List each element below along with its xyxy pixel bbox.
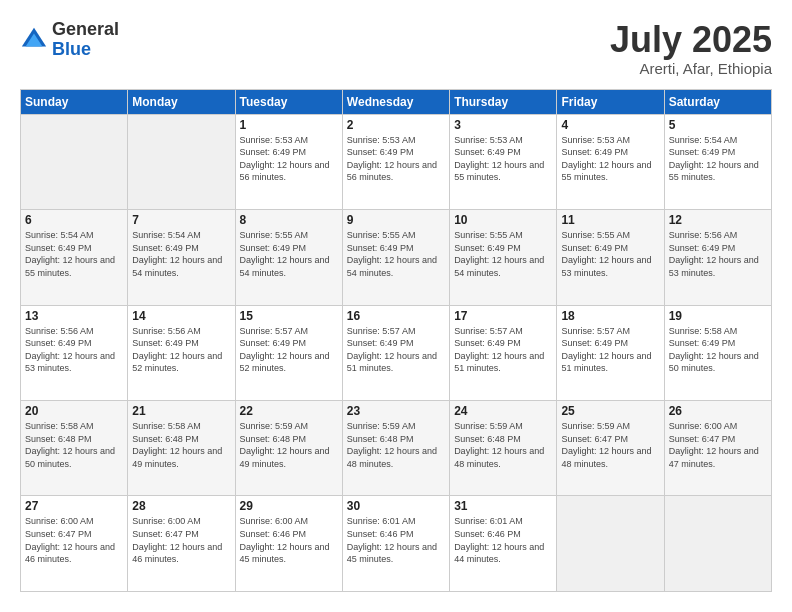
weekday-header-cell: Tuesday — [235, 89, 342, 114]
day-info: Sunrise: 5:59 AM Sunset: 6:47 PM Dayligh… — [561, 420, 659, 470]
day-info: Sunrise: 5:55 AM Sunset: 6:49 PM Dayligh… — [347, 229, 445, 279]
day-number: 18 — [561, 309, 659, 323]
calendar-week-row: 6Sunrise: 5:54 AM Sunset: 6:49 PM Daylig… — [21, 210, 772, 305]
weekday-header-cell: Friday — [557, 89, 664, 114]
day-number: 8 — [240, 213, 338, 227]
calendar-day-cell: 5Sunrise: 5:54 AM Sunset: 6:49 PM Daylig… — [664, 114, 771, 209]
day-info: Sunrise: 6:00 AM Sunset: 6:47 PM Dayligh… — [669, 420, 767, 470]
logo-icon — [20, 26, 48, 54]
day-info: Sunrise: 5:59 AM Sunset: 6:48 PM Dayligh… — [454, 420, 552, 470]
day-number: 31 — [454, 499, 552, 513]
day-number: 24 — [454, 404, 552, 418]
day-number: 17 — [454, 309, 552, 323]
calendar-week-row: 27Sunrise: 6:00 AM Sunset: 6:47 PM Dayli… — [21, 496, 772, 592]
day-info: Sunrise: 5:56 AM Sunset: 6:49 PM Dayligh… — [25, 325, 123, 375]
day-info: Sunrise: 5:57 AM Sunset: 6:49 PM Dayligh… — [240, 325, 338, 375]
day-info: Sunrise: 5:57 AM Sunset: 6:49 PM Dayligh… — [347, 325, 445, 375]
calendar-day-cell: 27Sunrise: 6:00 AM Sunset: 6:47 PM Dayli… — [21, 496, 128, 592]
calendar-day-cell: 16Sunrise: 5:57 AM Sunset: 6:49 PM Dayli… — [342, 305, 449, 400]
day-info: Sunrise: 5:54 AM Sunset: 6:49 PM Dayligh… — [25, 229, 123, 279]
calendar-day-cell: 8Sunrise: 5:55 AM Sunset: 6:49 PM Daylig… — [235, 210, 342, 305]
day-number: 28 — [132, 499, 230, 513]
calendar-body: 1Sunrise: 5:53 AM Sunset: 6:49 PM Daylig… — [21, 114, 772, 591]
day-info: Sunrise: 5:58 AM Sunset: 6:49 PM Dayligh… — [669, 325, 767, 375]
day-number: 13 — [25, 309, 123, 323]
day-number: 1 — [240, 118, 338, 132]
calendar-day-cell: 15Sunrise: 5:57 AM Sunset: 6:49 PM Dayli… — [235, 305, 342, 400]
day-info: Sunrise: 6:00 AM Sunset: 6:47 PM Dayligh… — [132, 515, 230, 565]
weekday-header-cell: Wednesday — [342, 89, 449, 114]
day-info: Sunrise: 5:59 AM Sunset: 6:48 PM Dayligh… — [347, 420, 445, 470]
day-info: Sunrise: 5:59 AM Sunset: 6:48 PM Dayligh… — [240, 420, 338, 470]
day-number: 23 — [347, 404, 445, 418]
day-number: 25 — [561, 404, 659, 418]
calendar-day-cell: 20Sunrise: 5:58 AM Sunset: 6:48 PM Dayli… — [21, 401, 128, 496]
calendar-day-cell: 31Sunrise: 6:01 AM Sunset: 6:46 PM Dayli… — [450, 496, 557, 592]
calendar-day-cell: 26Sunrise: 6:00 AM Sunset: 6:47 PM Dayli… — [664, 401, 771, 496]
calendar-day-cell — [664, 496, 771, 592]
day-info: Sunrise: 5:53 AM Sunset: 6:49 PM Dayligh… — [454, 134, 552, 184]
weekday-header-cell: Saturday — [664, 89, 771, 114]
month-year: July 2025 — [610, 20, 772, 60]
calendar-day-cell: 14Sunrise: 5:56 AM Sunset: 6:49 PM Dayli… — [128, 305, 235, 400]
weekday-header-cell: Thursday — [450, 89, 557, 114]
day-info: Sunrise: 5:54 AM Sunset: 6:49 PM Dayligh… — [669, 134, 767, 184]
calendar-day-cell: 4Sunrise: 5:53 AM Sunset: 6:49 PM Daylig… — [557, 114, 664, 209]
calendar-day-cell: 7Sunrise: 5:54 AM Sunset: 6:49 PM Daylig… — [128, 210, 235, 305]
weekday-header-cell: Monday — [128, 89, 235, 114]
calendar-day-cell: 3Sunrise: 5:53 AM Sunset: 6:49 PM Daylig… — [450, 114, 557, 209]
calendar-day-cell: 18Sunrise: 5:57 AM Sunset: 6:49 PM Dayli… — [557, 305, 664, 400]
calendar-day-cell: 25Sunrise: 5:59 AM Sunset: 6:47 PM Dayli… — [557, 401, 664, 496]
calendar-day-cell: 11Sunrise: 5:55 AM Sunset: 6:49 PM Dayli… — [557, 210, 664, 305]
logo-blue: Blue — [52, 40, 119, 60]
day-number: 2 — [347, 118, 445, 132]
day-number: 5 — [669, 118, 767, 132]
day-number: 15 — [240, 309, 338, 323]
day-info: Sunrise: 5:54 AM Sunset: 6:49 PM Dayligh… — [132, 229, 230, 279]
calendar-day-cell: 29Sunrise: 6:00 AM Sunset: 6:46 PM Dayli… — [235, 496, 342, 592]
day-number: 29 — [240, 499, 338, 513]
calendar-day-cell: 2Sunrise: 5:53 AM Sunset: 6:49 PM Daylig… — [342, 114, 449, 209]
calendar-day-cell: 9Sunrise: 5:55 AM Sunset: 6:49 PM Daylig… — [342, 210, 449, 305]
day-number: 21 — [132, 404, 230, 418]
day-number: 30 — [347, 499, 445, 513]
day-info: Sunrise: 6:00 AM Sunset: 6:47 PM Dayligh… — [25, 515, 123, 565]
day-number: 9 — [347, 213, 445, 227]
calendar-day-cell: 22Sunrise: 5:59 AM Sunset: 6:48 PM Dayli… — [235, 401, 342, 496]
day-number: 10 — [454, 213, 552, 227]
calendar-day-cell: 12Sunrise: 5:56 AM Sunset: 6:49 PM Dayli… — [664, 210, 771, 305]
calendar-week-row: 1Sunrise: 5:53 AM Sunset: 6:49 PM Daylig… — [21, 114, 772, 209]
day-number: 14 — [132, 309, 230, 323]
day-info: Sunrise: 6:01 AM Sunset: 6:46 PM Dayligh… — [347, 515, 445, 565]
day-number: 22 — [240, 404, 338, 418]
day-number: 4 — [561, 118, 659, 132]
day-info: Sunrise: 6:01 AM Sunset: 6:46 PM Dayligh… — [454, 515, 552, 565]
page: General Blue July 2025 Arerti, Afar, Eth… — [0, 0, 792, 612]
day-info: Sunrise: 5:57 AM Sunset: 6:49 PM Dayligh… — [561, 325, 659, 375]
day-info: Sunrise: 5:58 AM Sunset: 6:48 PM Dayligh… — [132, 420, 230, 470]
calendar-day-cell: 10Sunrise: 5:55 AM Sunset: 6:49 PM Dayli… — [450, 210, 557, 305]
calendar-day-cell: 23Sunrise: 5:59 AM Sunset: 6:48 PM Dayli… — [342, 401, 449, 496]
day-number: 27 — [25, 499, 123, 513]
calendar-week-row: 20Sunrise: 5:58 AM Sunset: 6:48 PM Dayli… — [21, 401, 772, 496]
title-block: July 2025 Arerti, Afar, Ethiopia — [610, 20, 772, 77]
calendar-day-cell: 21Sunrise: 5:58 AM Sunset: 6:48 PM Dayli… — [128, 401, 235, 496]
day-info: Sunrise: 6:00 AM Sunset: 6:46 PM Dayligh… — [240, 515, 338, 565]
calendar-day-cell: 6Sunrise: 5:54 AM Sunset: 6:49 PM Daylig… — [21, 210, 128, 305]
calendar-day-cell: 24Sunrise: 5:59 AM Sunset: 6:48 PM Dayli… — [450, 401, 557, 496]
day-info: Sunrise: 5:53 AM Sunset: 6:49 PM Dayligh… — [347, 134, 445, 184]
day-info: Sunrise: 5:55 AM Sunset: 6:49 PM Dayligh… — [561, 229, 659, 279]
day-number: 20 — [25, 404, 123, 418]
day-info: Sunrise: 5:56 AM Sunset: 6:49 PM Dayligh… — [132, 325, 230, 375]
day-number: 12 — [669, 213, 767, 227]
calendar-day-cell — [557, 496, 664, 592]
calendar-day-cell: 30Sunrise: 6:01 AM Sunset: 6:46 PM Dayli… — [342, 496, 449, 592]
day-number: 3 — [454, 118, 552, 132]
day-number: 6 — [25, 213, 123, 227]
day-number: 11 — [561, 213, 659, 227]
day-info: Sunrise: 5:57 AM Sunset: 6:49 PM Dayligh… — [454, 325, 552, 375]
day-info: Sunrise: 5:55 AM Sunset: 6:49 PM Dayligh… — [240, 229, 338, 279]
calendar-day-cell: 17Sunrise: 5:57 AM Sunset: 6:49 PM Dayli… — [450, 305, 557, 400]
day-info: Sunrise: 5:55 AM Sunset: 6:49 PM Dayligh… — [454, 229, 552, 279]
logo: General Blue — [20, 20, 119, 60]
